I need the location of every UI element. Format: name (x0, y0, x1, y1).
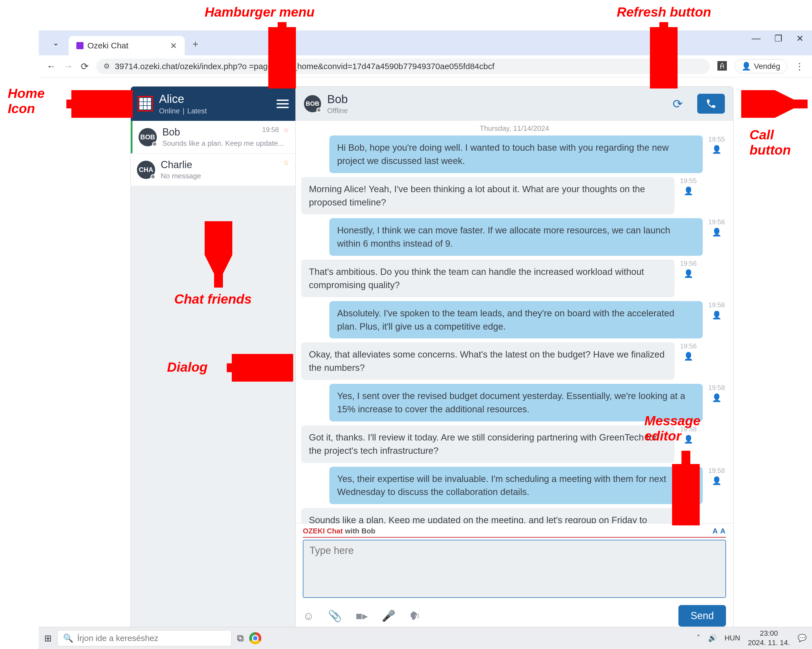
star-icon[interactable]: ☆ (283, 159, 289, 167)
message-bubble: Honestly, I think we can move faster. If… (330, 218, 703, 256)
browser-tab[interactable]: Ozeki Chat ✕ (69, 36, 185, 55)
url-text: 39714.ozeki.chat/ozeki/index.php?o =page… (115, 62, 495, 71)
message-bubble: Hi Bob, hope you're doing well. I wanted… (330, 136, 703, 173)
phone-icon (705, 98, 717, 109)
message-time: 19:55 (680, 177, 697, 185)
translate-icon[interactable]: 🅰 (717, 61, 727, 72)
start-button[interactable]: ⊞ (44, 633, 52, 643)
user-icon: 👤 (712, 228, 722, 237)
message-bubble: Okay, that alleviates some concerns. Wha… (301, 342, 675, 380)
contact-time: 19:58 (262, 126, 279, 134)
hamburger-menu-icon[interactable] (276, 99, 289, 108)
font-size-toggle[interactable]: A A (713, 527, 726, 535)
ozeki-chat-app: Alice Online|Latest BOB Bob Sounds like … (131, 86, 733, 632)
annotation-call: Callbutton (749, 127, 791, 157)
message-meta: 19:58 👤 (677, 508, 699, 523)
sidebar-header: Alice Online|Latest (131, 87, 295, 121)
window-minimize-icon[interactable]: — (752, 33, 760, 44)
tray-chevron-icon[interactable]: ˄ (697, 634, 700, 642)
message-time: 19:56 (680, 260, 697, 267)
message-time: 19:58 (708, 467, 725, 475)
chat-header-status: Offline (327, 107, 348, 115)
date-divider: Thursday, 11/14/2024 (301, 124, 728, 133)
user-icon: 👤 (712, 310, 722, 320)
message-input[interactable] (303, 540, 726, 598)
browser-tab-strip: ⌄ Ozeki Chat ✕ + — ❐ ✕ (39, 31, 812, 55)
message-row: Hi Bob, hope you're doing well. I wanted… (301, 136, 728, 173)
tray-notifications-icon[interactable]: 💬 (798, 634, 806, 642)
site-settings-icon[interactable]: ⚙ (104, 62, 110, 70)
user-icon: 👤 (684, 269, 693, 278)
tray-clock[interactable]: 23:00 2024. 11. 14. (748, 629, 790, 647)
nav-back-icon[interactable]: ← (46, 61, 56, 72)
annotation-refresh: Refresh button (617, 5, 711, 20)
message-row: Absolutely. I've spoken to the team lead… (301, 301, 728, 339)
message-time: 19:58 (680, 508, 697, 516)
taskbar-search[interactable]: 🔍 Írjon ide a kereséshez (57, 630, 232, 646)
contact-list[interactable]: BOB Bob Sounds like a plan. Keep me upda… (131, 121, 295, 632)
task-view-icon[interactable]: ⧉ (237, 633, 244, 644)
sidebar-user: Alice Online|Latest (159, 92, 270, 115)
profile-icon: 👤 (742, 62, 751, 71)
message-meta: 19:56 👤 (677, 342, 699, 361)
editor-label: OZEKI Chat with Bob A A (303, 527, 726, 538)
contact-name: Charlie (161, 159, 289, 171)
tab-close-icon[interactable]: ✕ (170, 41, 177, 50)
url-input[interactable]: ⚙ 39714.ozeki.chat/ozeki/index.php?o =pa… (96, 59, 710, 74)
browser-menu-icon[interactable]: ⋮ (795, 61, 804, 72)
message-bubble: Morning Alice! Yeah, I've been thinking … (301, 177, 675, 215)
window-close-icon[interactable]: ✕ (796, 33, 804, 44)
window-restore-icon[interactable]: ❐ (774, 33, 782, 44)
message-editor: OZEKI Chat with Bob A A ☺ 📎 ■▸ 🎤 🗣 Send (296, 523, 733, 632)
call-button[interactable] (697, 94, 725, 114)
message-bubble: Got it, thanks. I'll review it today. Ar… (301, 425, 675, 463)
arrow-home (64, 90, 133, 118)
sidebar-user-status: Online|Latest (159, 107, 270, 115)
sidebar-user-name: Alice (159, 92, 270, 105)
chrome-taskbar-icon[interactable] (249, 632, 261, 644)
tab-search-dropdown[interactable]: ⌄ (50, 37, 62, 49)
chat-header-name: Bob (327, 93, 348, 106)
nav-forward-icon[interactable]: → (64, 61, 73, 72)
emoji-icon[interactable]: ☺ (303, 610, 314, 622)
attach-icon[interactable]: 📎 (328, 609, 342, 623)
message-bubble: Absolutely. I've spoken to the team lead… (330, 301, 703, 339)
star-icon[interactable]: ☆ (283, 126, 289, 134)
contact-preview: No message (161, 172, 289, 180)
contact-item[interactable]: CHA Charlie No message ☆ (131, 153, 295, 186)
message-list[interactable]: Thursday, 11/14/2024 Hi Bob, hope you're… (296, 121, 733, 523)
message-row: That's ambitious. Do you think the team … (301, 260, 728, 297)
taskbar-search-placeholder: Írjon ide a kereséshez (77, 634, 159, 643)
message-meta: 19:56 👤 (705, 301, 728, 320)
presence-indicator (150, 174, 156, 179)
presence-indicator (316, 108, 321, 113)
new-tab-button[interactable]: + (192, 38, 198, 50)
mic-icon[interactable]: 🎤 (382, 609, 395, 623)
refresh-button[interactable]: ⟳ (670, 94, 685, 114)
message-meta: 19:58 👤 (677, 425, 699, 444)
voice-icon[interactable]: 🗣 (409, 610, 420, 622)
annotation-hamburger: Hamburger menu (205, 5, 314, 20)
message-row: Yes, their expertise will be invaluable.… (301, 467, 728, 504)
message-row: Honestly, I think we can move faster. If… (301, 218, 728, 256)
message-meta: 19:55 👤 (705, 136, 728, 154)
tray-volume-icon[interactable]: 🔊 (708, 634, 717, 642)
editor-toolbar: ☺ 📎 ■▸ 🎤 🗣 Send (303, 605, 726, 627)
browser-address-bar: ← → ⟳ ⚙ 39714.ozeki.chat/ozeki/index.php… (39, 55, 812, 78)
message-time: 19:56 (708, 301, 725, 309)
user-icon: 👤 (684, 186, 693, 195)
message-meta: 19:58 👤 (705, 384, 728, 402)
home-icon[interactable] (137, 96, 153, 111)
contact-item[interactable]: BOB Bob Sounds like a plan. Keep me upda… (131, 121, 295, 153)
profile-button[interactable]: 👤 Vendég (734, 59, 787, 73)
message-meta: 19:56 👤 (705, 218, 728, 237)
chat-header: BOB Bob Offline ⟳ (296, 87, 733, 121)
nav-reload-icon[interactable]: ⟳ (81, 61, 89, 72)
send-button[interactable]: Send (678, 605, 726, 627)
video-icon[interactable]: ■▸ (356, 609, 368, 622)
contact-avatar: BOB (139, 128, 157, 146)
message-row: Got it, thanks. I'll review it today. Ar… (301, 425, 728, 463)
message-row: Yes, I sent over the revised budget docu… (301, 384, 728, 421)
tray-lang[interactable]: HUN (725, 634, 740, 642)
message-time: 19:58 (708, 384, 725, 392)
